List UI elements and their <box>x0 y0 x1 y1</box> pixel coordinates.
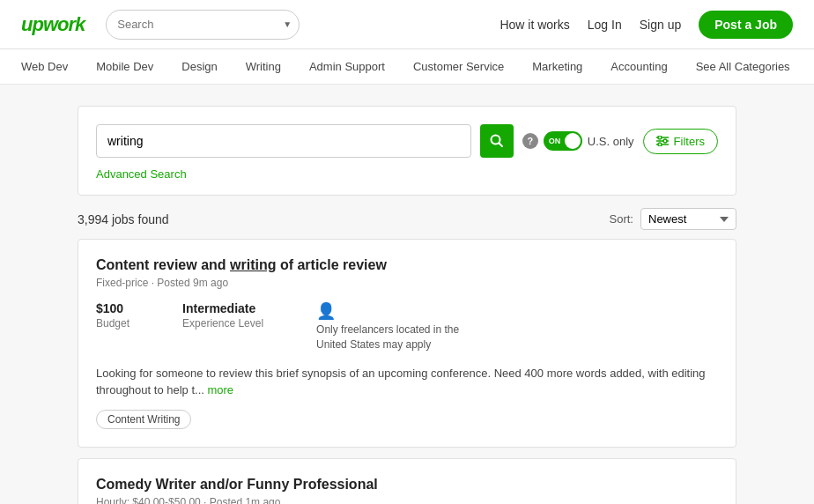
cat-marketing[interactable]: Marketing <box>532 60 582 73</box>
highlight-writing: writing <box>230 257 276 272</box>
experience-block-1: Intermediate Experience Level <box>182 301 263 352</box>
filter-icon <box>656 136 669 146</box>
us-only-toggle[interactable]: ON <box>544 131 582 151</box>
search-button[interactable] <box>480 124 514 158</box>
svg-point-5 <box>658 136 662 139</box>
search-icon <box>490 134 504 148</box>
job-details-1: $100 Budget Intermediate Experience Leve… <box>96 301 718 352</box>
category-nav: Web Dev Mobile Dev Design Writing Admin … <box>0 49 814 85</box>
sort-label: Sort: <box>610 212 633 226</box>
svg-line-1 <box>499 144 502 147</box>
cat-mobile-dev[interactable]: Mobile Dev <box>96 60 153 73</box>
top-nav: upwork ▼ How it works Log In Sign up Pos… <box>0 0 814 49</box>
nav-links: How it works Log In Sign up Post a Job <box>500 11 793 39</box>
job-tags-1: Content Writing <box>96 410 718 429</box>
cat-writing[interactable]: Writing <box>246 60 281 73</box>
toggle-on-label: ON <box>549 137 561 145</box>
budget-label: Budget <box>96 317 130 330</box>
how-it-works-link[interactable]: How it works <box>500 18 569 32</box>
tag-content-writing[interactable]: Content Writing <box>96 410 191 429</box>
cat-design[interactable]: Design <box>181 60 217 73</box>
upwork-logo: upwork <box>21 13 85 36</box>
budget-value: $100 <box>96 301 130 315</box>
location-text-1: Only freelancers located in theUnited St… <box>316 322 459 352</box>
cat-admin-support[interactable]: Admin Support <box>309 60 385 73</box>
job-description-1: Looking for someone to review this brief… <box>96 365 718 399</box>
cat-web-dev[interactable]: Web Dev <box>21 60 68 73</box>
cat-accounting[interactable]: Accounting <box>610 60 667 73</box>
sort-select[interactable]: Newest Relevance Client Spend <box>640 208 736 230</box>
advanced-search-link[interactable]: Advanced Search <box>96 167 187 181</box>
results-header: 3,994 jobs found Sort: Newest Relevance … <box>78 196 736 239</box>
help-icon[interactable]: ? <box>522 133 538 149</box>
job-card-2: Comedy Writer and/or Funny Professional … <box>78 458 736 504</box>
sign-up-link[interactable]: Sign up <box>640 18 681 32</box>
experience-label-1: Experience Level <box>182 317 263 330</box>
cat-see-all[interactable]: See All Categories <box>696 60 790 73</box>
top-search-bar[interactable]: ▼ <box>106 10 300 40</box>
sort-wrapper: Sort: Newest Relevance Client Spend <box>610 208 736 230</box>
us-only-text: U.S. only <box>588 135 634 148</box>
toggle-knob <box>565 133 581 149</box>
search-row: ? ON U.S. only Filters <box>96 124 718 158</box>
results-count: 3,994 jobs found <box>78 212 169 226</box>
search-area: ? ON U.S. only Filters Advanced <box>78 106 736 196</box>
budget-block: $100 Budget <box>96 301 130 352</box>
main-search-input[interactable] <box>96 124 471 158</box>
top-search-input[interactable] <box>117 18 279 31</box>
job-title-2: Comedy Writer and/or Funny Professional <box>96 477 718 493</box>
log-in-link[interactable]: Log In <box>588 18 622 32</box>
main-content: ? ON U.S. only Filters Advanced <box>63 106 751 504</box>
more-link-1[interactable]: more <box>207 383 233 397</box>
filters-button[interactable]: Filters <box>643 129 718 154</box>
cat-customer-service[interactable]: Customer Service <box>413 60 504 73</box>
location-icon-1: 👤 <box>316 301 459 321</box>
us-only-wrapper: ? ON U.S. only <box>522 131 634 151</box>
job-card-1: Content review and writing of article re… <box>78 239 736 448</box>
search-caret-icon: ▼ <box>283 19 292 29</box>
svg-point-7 <box>658 143 662 146</box>
svg-point-6 <box>663 139 667 143</box>
filters-label: Filters <box>674 135 705 148</box>
job-meta-1: Fixed-price · Posted 9m ago <box>96 277 718 289</box>
job-title-1: Content review and writing of article re… <box>96 257 718 273</box>
job-meta-2: Hourly: $40.00-$50.00 · Posted 1m ago <box>96 496 718 504</box>
location-block-1: 👤 Only freelancers located in theUnited … <box>316 301 459 352</box>
post-job-button[interactable]: Post a Job <box>699 11 793 39</box>
experience-value-1: Intermediate <box>182 301 263 315</box>
